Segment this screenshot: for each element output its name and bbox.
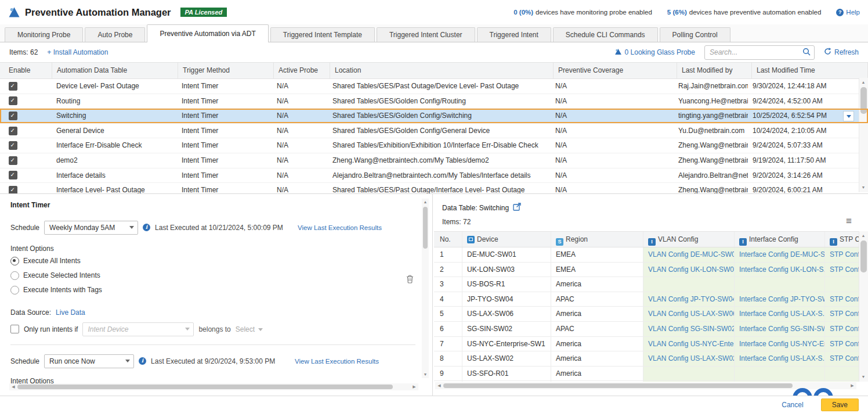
stp-config-rule-link[interactable]: STP Config Rule SG-...: [825, 322, 859, 336]
view-last-execution-results-link-2[interactable]: View Last Execution Results: [295, 358, 379, 365]
scrollbar-thumb[interactable]: [423, 207, 428, 249]
vlan-config-link[interactable]: VLAN Config US-LAX-SW06: [643, 307, 735, 321]
scroll-up-arrow[interactable]: [859, 79, 867, 86]
column-header-enable[interactable]: Enable: [0, 63, 52, 78]
belongs-to-select[interactable]: Select: [236, 325, 264, 333]
scroll-up-arrow[interactable]: [859, 232, 867, 239]
stp-config-rule-link[interactable]: STP Config Rule DE-...: [825, 247, 859, 262]
radio-icon[interactable]: [10, 271, 19, 280]
interface-config-link[interactable]: Interface Config US-LAX-S...: [735, 307, 825, 321]
scroll-left-arrow[interactable]: [9, 383, 17, 390]
scrollbar-thumb[interactable]: [443, 383, 793, 388]
column-header-last-modified-by[interactable]: Last Modified by: [677, 63, 752, 78]
open-data-table-icon[interactable]: [513, 203, 521, 213]
save-button[interactable]: Save: [821, 398, 859, 411]
column-header-vlan-config[interactable]: VLAN Config: [643, 232, 735, 247]
tab-triggered-intent-cluster[interactable]: Triggered Intent Cluster: [377, 27, 475, 42]
enable-checkbox[interactable]: [9, 82, 17, 91]
intent-device-select[interactable]: Intent Device: [82, 322, 194, 336]
data-table-row[interactable]: 1 DE-MUC-SW01 EMEA VLAN Config DE-MUC-SW…: [434, 247, 859, 263]
main-table-vertical-scrollbar[interactable]: [859, 78, 868, 192]
live-data-link[interactable]: Live Data: [56, 308, 85, 317]
interface-config-link[interactable]: Interface Config US-NYC-En...: [735, 337, 825, 351]
help-link[interactable]: Help: [836, 9, 860, 16]
option-execute-selected-intents[interactable]: Execute Selected Intents: [10, 271, 100, 279]
table-row[interactable]: General Device Intent Timer N/A Shared T…: [0, 124, 868, 139]
data-table-row[interactable]: 7 US-NYC-Enterprise-SW1 America VLAN Con…: [434, 337, 859, 352]
stp-config-rule-link[interactable]: STP Config Rule US-...: [825, 337, 859, 351]
tab-preventive-automation-via-adt[interactable]: Preventive Automation via ADT: [147, 24, 268, 42]
scroll-right-arrow[interactable]: [848, 382, 856, 389]
data-table-row[interactable]: 2 UK-LON-SW03 EMEA VLAN Config UK-LON-SW…: [434, 263, 859, 278]
stp-config-rule-link[interactable]: STP Config Rule UK-...: [825, 263, 859, 277]
column-header-trigger-method[interactable]: Trigger Method: [178, 63, 274, 78]
scrollbar-thumb[interactable]: [860, 87, 867, 114]
stp-config-rule-link[interactable]: STP Config Rule JP-T...: [825, 292, 859, 307]
data-table-row[interactable]: 6 SG-SIN-SW02 APAC VLAN Config SG-SIN-SW…: [434, 322, 859, 337]
radio-selected-icon[interactable]: [10, 257, 19, 265]
interface-config-link[interactable]: Interface Config DE-MUC-S...: [735, 247, 825, 262]
stp-config-rule-link[interactable]: STP Config Rule UK-...: [825, 381, 859, 382]
enable-checkbox[interactable]: [9, 171, 17, 179]
column-header-automation-data-table[interactable]: Automation Data Table: [52, 63, 178, 78]
enable-checkbox[interactable]: [9, 127, 17, 135]
vlan-config-link[interactable]: VLAN Config UK-LON-SW03 1: [643, 263, 735, 277]
data-table-row[interactable]: 5 US-LAX-SW06 America VLAN Config US-LAX…: [434, 307, 859, 322]
column-header-no[interactable]: No.: [434, 232, 462, 247]
interface-config-link[interactable]: Interface Config SG-SIN-SW...: [735, 322, 825, 336]
column-header-active-probe[interactable]: Active Probe: [274, 63, 330, 78]
column-header-preventive-coverage[interactable]: Preventive Coverage: [554, 63, 677, 78]
vlan-config-link[interactable]: VLAN Config UK-LON-SW07: [643, 381, 735, 382]
column-header-interface-config[interactable]: Interface Config: [735, 232, 825, 247]
column-header-stp-config-rule[interactable]: STP Config Rule: [825, 232, 859, 247]
vlan-config-link[interactable]: VLAN Config US-LAX-SW02: [643, 351, 735, 366]
column-header-last-modified-time[interactable]: Last Modified Time: [752, 63, 868, 78]
table-row[interactable]: Routing Intent Timer N/A Shared Tables/G…: [0, 94, 868, 109]
search-input[interactable]: [708, 48, 802, 57]
data-table-row[interactable]: 8 US-LAX-SW02 America VLAN Config US-LAX…: [434, 351, 859, 367]
scroll-down-arrow[interactable]: [859, 184, 867, 191]
scroll-left-arrow[interactable]: [435, 382, 443, 389]
table-row[interactable]: Interface Err-Disable Check Intent Timer…: [0, 138, 868, 153]
interface-config-link[interactable]: Interface Config US-LAX-S...: [735, 351, 825, 366]
tab-schedule-cli-commands[interactable]: Schedule CLI Commands: [553, 27, 658, 42]
option-execute-all-intents[interactable]: Execute All Intents: [10, 257, 81, 265]
interface-config-link[interactable]: Interface Config UK-LON-S...: [735, 263, 825, 277]
scroll-up-arrow[interactable]: [421, 199, 429, 206]
only-run-intents-checkbox[interactable]: [10, 325, 19, 333]
tab-triggered-intent[interactable]: Triggered Intent: [477, 27, 551, 42]
view-last-execution-results-link[interactable]: View Last Execution Results: [298, 224, 382, 231]
enable-checkbox[interactable]: [9, 112, 17, 120]
data-table-row[interactable]: 3 US-BOS-R1 America: [434, 277, 859, 292]
search-icon[interactable]: [802, 48, 811, 58]
data-table-row[interactable]: 9 US-SFO-R01 America: [434, 367, 859, 382]
column-header-device[interactable]: Device: [462, 232, 551, 247]
vlan-config-link[interactable]: VLAN Config DE-MUC-SW01: [643, 247, 735, 262]
vlan-config-link[interactable]: VLAN Config US-NYC-Enter...: [643, 337, 735, 351]
column-header-region[interactable]: Region: [551, 232, 643, 247]
refresh-button[interactable]: Refresh: [824, 48, 859, 57]
schedule-select-2[interactable]: Run once Now: [44, 354, 134, 368]
scrollbar-thumb[interactable]: [860, 240, 867, 272]
radio-icon[interactable]: [10, 286, 19, 295]
option-execute-intents-with-tags[interactable]: Execute Intents with Tags: [10, 286, 102, 294]
vlan-config-link[interactable]: VLAN Config SG-SIN-SW02: [643, 322, 735, 336]
scroll-down-arrow[interactable]: [421, 371, 429, 378]
data-table-row[interactable]: 4 JP-TYO-SW04 APAC VLAN Config JP-TYO-SW…: [434, 292, 859, 307]
data-table-vertical-scrollbar[interactable]: [859, 231, 868, 382]
vlan-config-link[interactable]: VLAN Config JP-TYO-SW04: [643, 292, 735, 307]
enable-checkbox[interactable]: [9, 96, 17, 105]
table-row[interactable]: Interface details Intent Timer N/A Aleja…: [0, 168, 868, 184]
tab-triggered-intent-template[interactable]: Triggered Intent Template: [270, 27, 375, 42]
interface-config-link[interactable]: Interface Config UK-LON-S...: [735, 381, 825, 382]
tab-polling-control[interactable]: Polling Control: [660, 27, 730, 42]
data-table-row[interactable]: 10 UK-LON-SW07 EMEA VLAN Config UK-LON-S…: [434, 381, 859, 382]
cancel-button[interactable]: Cancel: [782, 401, 803, 409]
interface-config-link[interactable]: Interface Config JP-TYO-SW...: [735, 292, 825, 307]
column-header-location[interactable]: Location: [330, 63, 554, 78]
stp-config-rule-link[interactable]: STP Config Rule US-...: [825, 307, 859, 321]
data-table-horizontal-scrollbar[interactable]: [435, 382, 856, 389]
scroll-right-arrow[interactable]: [410, 383, 418, 390]
table-menu-icon[interactable]: [846, 216, 852, 226]
stp-config-rule-link[interactable]: STP Config Rule US-...: [825, 351, 859, 366]
